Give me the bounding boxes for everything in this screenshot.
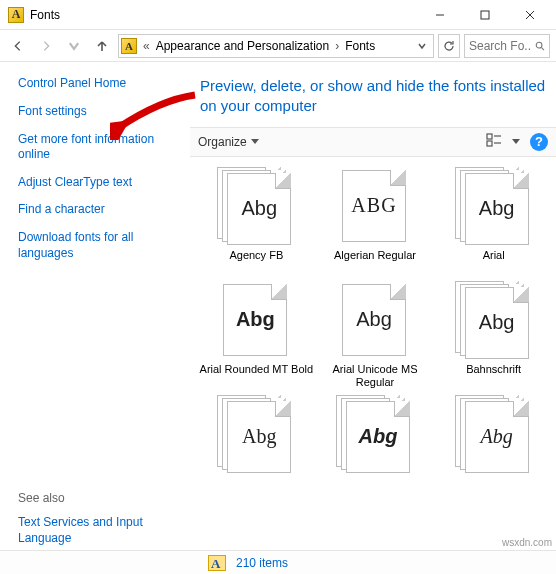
font-preview-tile: Abg	[455, 281, 533, 359]
refresh-button[interactable]	[438, 34, 460, 58]
fonts-app-icon: A	[8, 7, 24, 23]
font-name-label: Arial Rounded MT Bold	[200, 363, 314, 389]
nav-find-character[interactable]: Find a character	[18, 202, 180, 218]
font-sample-text: ABG	[351, 194, 396, 217]
font-item[interactable]: AbgArial	[435, 167, 552, 275]
font-sample-text: Abg	[242, 425, 276, 448]
maximize-button[interactable]	[462, 0, 507, 30]
address-bar[interactable]: A « Appearance and Personalization › Fon…	[118, 34, 434, 58]
font-name-label: Arial Unicode MS Regular	[317, 363, 434, 389]
font-name-label: Algerian Regular	[334, 249, 416, 275]
font-preview-tile: Abg	[336, 281, 414, 359]
navbar: A « Appearance and Personalization › Fon…	[0, 30, 556, 62]
font-preview-tile: Abg	[217, 395, 295, 473]
close-button[interactable]	[507, 0, 552, 30]
up-button[interactable]	[90, 34, 114, 58]
toolbar: Organize ?	[190, 127, 556, 157]
font-preview-tile: Abg	[336, 395, 414, 473]
watermark: wsxdn.com	[502, 537, 552, 548]
search-box[interactable]	[464, 34, 550, 58]
chevron-right-icon: ›	[333, 39, 341, 53]
font-item[interactable]: AbgArial Rounded MT Bold	[198, 281, 315, 389]
view-options-button[interactable]	[486, 132, 502, 151]
control-panel-home-link[interactable]: Control Panel Home	[18, 76, 180, 90]
titlebar: A Fonts	[0, 0, 556, 30]
breadcrumb-item[interactable]: Appearance and Personalization	[152, 39, 333, 53]
page-title: Preview, delete, or show and hide the fo…	[190, 62, 556, 127]
svg-rect-1	[481, 11, 489, 19]
nav-more-font-info[interactable]: Get more font information online	[18, 132, 180, 163]
font-name-label: Bahnschrift	[466, 363, 521, 389]
status-bar: A 210 items	[0, 550, 556, 574]
item-count: 210 items	[236, 556, 288, 570]
font-grid: AbgAgency FBABGAlgerian RegularAbgArialA…	[190, 157, 556, 551]
see-also-text-services[interactable]: Text Services and Input Language	[18, 515, 180, 546]
nav-download-fonts[interactable]: Download fonts for all languages	[18, 230, 180, 261]
organize-button[interactable]: Organize	[198, 135, 259, 149]
font-sample-text: Abg	[242, 197, 278, 220]
nav-font-settings[interactable]: Font settings	[18, 104, 180, 120]
font-name-label: Arial	[483, 249, 505, 275]
see-also-label: See also	[18, 491, 180, 505]
font-item[interactable]: ABGAlgerian Regular	[317, 167, 434, 275]
font-item[interactable]: AbgBahnschrift	[435, 281, 552, 389]
font-preview-tile: Abg	[217, 167, 295, 245]
breadcrumb-prefix: «	[141, 39, 152, 53]
search-input[interactable]	[469, 39, 531, 53]
font-preview-tile: Abg	[217, 281, 295, 359]
font-preview-tile: Abg	[455, 167, 533, 245]
font-sample-text: Abg	[479, 197, 515, 220]
font-item[interactable]: Abg	[435, 395, 552, 503]
font-preview-tile: Abg	[455, 395, 533, 473]
address-dropdown-icon[interactable]	[413, 41, 431, 51]
font-item[interactable]: AbgArial Unicode MS Regular	[317, 281, 434, 389]
nav-cleartype[interactable]: Adjust ClearType text	[18, 175, 180, 191]
svg-line-5	[542, 47, 544, 49]
font-item[interactable]: Abg	[198, 395, 315, 503]
address-folder-icon: A	[121, 38, 137, 54]
window-title: Fonts	[30, 8, 60, 22]
font-sample-text: Abg	[481, 425, 513, 448]
breadcrumb: « Appearance and Personalization › Fonts	[141, 39, 379, 53]
fonts-folder-icon: A	[208, 555, 226, 571]
body: Control Panel Home Font settings Get mor…	[0, 62, 556, 550]
font-sample-text: Abg	[356, 308, 392, 331]
sidebar: Control Panel Home Font settings Get mor…	[0, 62, 190, 550]
svg-rect-6	[487, 134, 492, 139]
chevron-down-icon[interactable]	[512, 139, 520, 144]
window-controls	[417, 0, 552, 30]
font-sample-text: Abg	[479, 311, 515, 334]
back-button[interactable]	[6, 34, 30, 58]
svg-point-4	[536, 42, 542, 48]
font-sample-text: Abg	[359, 425, 398, 448]
minimize-button[interactable]	[417, 0, 462, 30]
font-sample-text: Abg	[236, 308, 275, 331]
main-content: Preview, delete, or show and hide the fo…	[190, 62, 556, 550]
forward-button[interactable]	[34, 34, 58, 58]
chevron-down-icon	[251, 139, 259, 144]
font-preview-tile: ABG	[336, 167, 414, 245]
recent-locations-dropdown[interactable]	[62, 34, 86, 58]
search-icon	[535, 40, 545, 52]
breadcrumb-item[interactable]: Fonts	[341, 39, 379, 53]
font-name-label: Agency FB	[229, 249, 283, 275]
svg-rect-7	[487, 141, 492, 146]
help-button[interactable]: ?	[530, 133, 548, 151]
organize-label: Organize	[198, 135, 247, 149]
font-item[interactable]: Abg	[317, 395, 434, 503]
font-item[interactable]: AbgAgency FB	[198, 167, 315, 275]
